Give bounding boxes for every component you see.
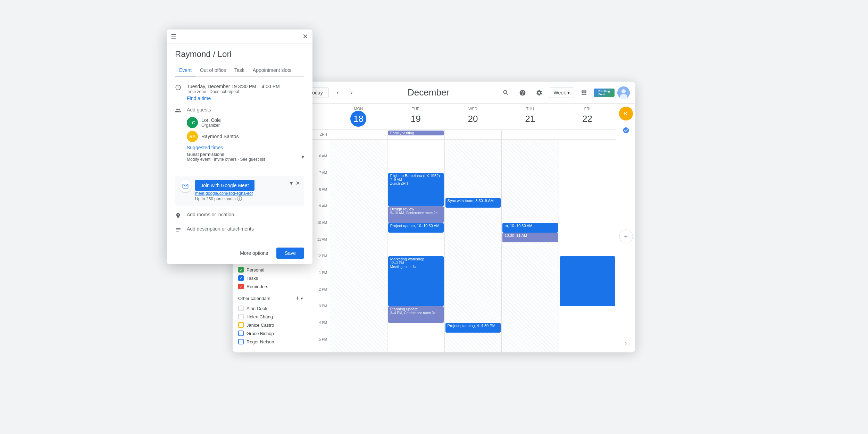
save-button[interactable]: Save <box>276 248 304 259</box>
add-location-input[interactable]: Add rooms or location <box>187 212 234 217</box>
settings-button[interactable] <box>532 86 546 100</box>
tab-task[interactable]: Task <box>230 65 249 76</box>
other-calendars-label: Other calendars <box>238 296 270 301</box>
roger-nelson-checkbox[interactable] <box>238 339 244 344</box>
calendar-area: MON 18 TUE 19 WED 20 THU 21 FRI 22 <box>309 104 616 352</box>
view-selector[interactable]: Week ▾ <box>549 87 574 98</box>
calendar-item-reminders[interactable]: ✓ Reminders <box>238 282 303 291</box>
chevron-right-icon[interactable]: › <box>619 336 633 350</box>
day-num-20[interactable]: 20 <box>465 111 481 127</box>
guest-avatar-lori: LC <box>187 117 198 128</box>
grace-bishop-checkbox[interactable] <box>238 331 244 336</box>
calendar-item-tasks[interactable]: ✓ Tasks <box>238 274 303 282</box>
tab-appointment-slots[interactable]: Appointment slots <box>249 65 295 76</box>
location-row: Add rooms or location <box>175 212 304 220</box>
day-col-mon[interactable] <box>330 140 387 352</box>
other-calendars-title: Other calendars + ▾ <box>238 295 303 302</box>
tasks-checkbox[interactable]: ✓ <box>238 275 244 281</box>
event-dialog: ☰ ✕ Event Out of office Task Appointment… <box>167 30 312 264</box>
user-avatar[interactable] <box>617 86 630 99</box>
meet-chevron-icon[interactable]: ▾ <box>290 180 293 186</box>
meet-capacity: Up to 250 participants <box>195 197 236 201</box>
dialog-drag-handle: ☰ <box>171 33 176 40</box>
calendar-item-personal[interactable]: ✓ Personal <box>238 266 303 274</box>
add-other-calendar-button[interactable]: + <box>295 295 299 302</box>
event-thu-1[interactable]: m, 10–10:30 AM <box>502 223 558 233</box>
permissions-row: Guest permissions Modify event · Invite … <box>187 152 304 162</box>
day-num-19[interactable]: 19 <box>408 111 424 127</box>
day-col-thu[interactable]: m, 10–10:30 AM 10:30–11 AM <box>501 140 559 352</box>
event-thu-2[interactable]: 10:30–11 AM <box>502 233 558 242</box>
suggested-times-link[interactable]: Suggested times <box>187 143 304 152</box>
tab-out-of-office[interactable]: Out of office <box>196 65 230 76</box>
dialog-close-button[interactable]: ✕ <box>302 32 308 41</box>
permissions-detail: Modify event · Invite others · See guest… <box>187 157 265 162</box>
event-sync-team[interactable]: Sync with team, 8:30–9 AM <box>445 198 501 208</box>
add-right-button[interactable]: + <box>619 229 633 243</box>
calendar-item-grace-bishop[interactable]: Grace Bishop <box>238 329 303 337</box>
add-description-input[interactable]: Add description or attachments <box>187 226 254 232</box>
event-planning-update[interactable]: Planning update 3–4 PM, Conference room … <box>388 306 444 323</box>
more-options-button[interactable]: More options <box>234 248 274 259</box>
meet-link: meet.google.com/spg-egha-eof <box>195 191 286 196</box>
find-time-link[interactable]: Find a time <box>187 95 304 101</box>
helen-chang-checkbox[interactable] <box>238 314 244 319</box>
janice-castro-checkbox[interactable] <box>238 322 244 328</box>
event-project-update[interactable]: Project update, 10–10:30 AM <box>388 223 444 233</box>
day-num-21[interactable]: 21 <box>522 111 538 127</box>
personal-checkbox[interactable]: ✓ <box>238 267 244 273</box>
prev-period-button[interactable]: ‹ <box>332 86 344 99</box>
all-day-row: ZRH Family visiting <box>309 130 616 140</box>
time-slot-1pm: 1 PM <box>309 273 330 290</box>
day-num-18[interactable]: 18 <box>350 111 366 127</box>
day-header-mon: MON 18 <box>330 104 387 130</box>
header-right: Week ▾ DwellingFund <box>499 86 630 100</box>
event-datetime[interactable]: Tuesday, December 19 3:30 PM – 4:00 PM <box>187 84 304 89</box>
all-day-event-family[interactable]: Family visiting <box>388 131 444 135</box>
permissions-chevron[interactable]: ▾ <box>301 153 304 160</box>
alan-cook-checkbox[interactable] <box>238 306 244 311</box>
meet-logo <box>179 180 192 192</box>
search-button[interactable] <box>499 86 513 100</box>
day-name-mon: MON <box>330 107 387 111</box>
datetime-row: Tuesday, December 19 3:30 PM – 4:00 PM T… <box>175 84 304 101</box>
calendar-item-janice-castro[interactable]: Janice Castro <box>238 321 303 329</box>
chevron-down-icon: ▾ <box>567 90 570 95</box>
event-design-review[interactable]: Design review 9–10 AM, Conference room 2… <box>388 206 444 223</box>
meet-section-wrapper: Join with Google Meet meet.google.com/sp… <box>167 176 312 206</box>
event-project-planning[interactable]: Project planning, 4–4:30 PM <box>445 323 501 333</box>
meet-info-icon[interactable]: ⓘ <box>237 196 242 202</box>
meet-close-icon[interactable]: ✕ <box>295 180 300 186</box>
reminders-checkbox[interactable]: ✓ <box>238 284 244 289</box>
add-guests-input[interactable] <box>187 107 304 112</box>
event-flight-barcelona[interactable]: Flight to Barcelona (LX 1952) 7–9 AM Zür… <box>388 173 444 206</box>
avatar-image <box>617 86 630 99</box>
calendar-item-roger-nelson[interactable]: Roger Nelson <box>238 337 303 346</box>
other-calendars-toggle[interactable]: ▾ <box>301 296 303 301</box>
day-col-tue[interactable]: Flight to Barcelona (LX 1952) 7–9 AM Zür… <box>387 140 444 352</box>
apps-button[interactable] <box>577 86 591 100</box>
permissions-content: Guest permissions Modify event · Invite … <box>187 152 265 162</box>
event-fri-1[interactable] <box>560 256 615 306</box>
tab-event[interactable]: Event <box>175 65 196 76</box>
calendar-item-helen-chang[interactable]: Helen Chang <box>238 312 303 321</box>
meet-content: Join with Google Meet meet.google.com/sp… <box>195 180 286 202</box>
keep-icon[interactable]: K <box>619 107 633 120</box>
day-num-22[interactable]: 22 <box>579 111 595 127</box>
help-button[interactable] <box>516 86 529 100</box>
day-headers: MON 18 TUE 19 WED 20 THU 21 FRI 22 <box>309 104 616 130</box>
event-marketing-workshop[interactable]: Marketing workshop 12–3 PM Meeting room … <box>388 256 444 306</box>
join-meet-button[interactable]: Join with Google Meet <box>195 180 254 191</box>
event-title-input[interactable] <box>175 49 304 59</box>
day-col-wed[interactable]: Sync with team, 8:30–9 AM Project planni… <box>444 140 502 352</box>
calendar-scroll[interactable]: 6 AM 7 AM 8 AM 9 AM 10 AM 11 AM 12 PM 1 … <box>309 140 616 352</box>
tasks-right-icon[interactable] <box>619 123 633 137</box>
day-col-fri[interactable] <box>559 140 616 352</box>
other-calendars-controls: + ▾ <box>295 295 303 302</box>
all-day-col-wed <box>444 130 502 139</box>
all-day-col-tue[interactable]: Family visiting <box>387 130 444 139</box>
meet-link-url[interactable]: meet.google.com/spg-egha-eof <box>195 191 253 196</box>
next-period-button[interactable]: › <box>345 86 358 99</box>
day-header-tue: TUE 19 <box>387 104 444 130</box>
calendar-item-alan-cook[interactable]: Alan Cook <box>238 304 303 312</box>
